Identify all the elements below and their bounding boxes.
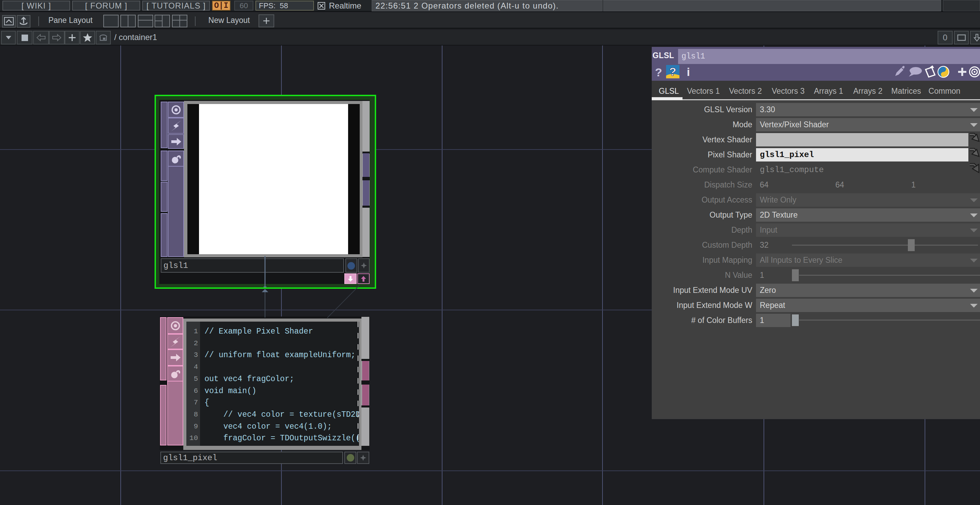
svg-text:?: ? xyxy=(669,65,676,78)
